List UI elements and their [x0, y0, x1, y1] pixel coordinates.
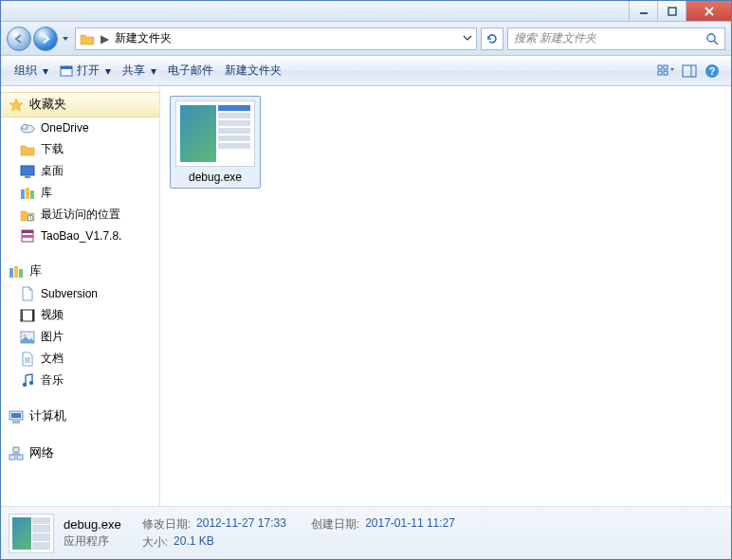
details-thumbnail [9, 514, 54, 553]
back-button[interactable] [7, 27, 31, 51]
sidebar-computer-header[interactable]: 计算机 [1, 405, 159, 428]
svg-rect-48 [17, 455, 23, 460]
svg-rect-27 [9, 268, 13, 278]
sidebar-item-taobao[interactable]: TaoBao_V1.7.8. [1, 226, 159, 246]
sidebar-item-videos[interactable]: 视频 [1, 304, 159, 326]
svg-rect-11 [664, 71, 668, 75]
toolbar: 组织 ▾ 打开 ▾ 共享 ▾ 电子邮件 新建文件夹 ? [1, 56, 731, 86]
search-icon [705, 32, 719, 45]
view-options-button[interactable] [653, 56, 678, 85]
forward-button[interactable] [33, 27, 58, 51]
star-icon [9, 98, 24, 113]
sidebar-item-onedrive[interactable]: OneDrive [1, 117, 159, 138]
chevron-down-icon: ▾ [43, 64, 48, 78]
svg-point-4 [707, 34, 715, 42]
file-name-label: debug.exe [189, 171, 242, 184]
file-thumbnail [175, 100, 255, 167]
details-size-value: 20.1 KB [174, 534, 214, 551]
music-icon [20, 373, 35, 388]
chevron-right-icon: ▶ [101, 32, 109, 45]
svg-rect-8 [658, 65, 662, 69]
sidebar-item-downloads[interactable]: 下载 [1, 138, 159, 160]
svg-point-33 [21, 311, 22, 312]
chevron-down-icon: ▾ [105, 64, 111, 78]
cloud-icon [20, 120, 35, 135]
navbar: ▶ 新建文件夹 搜索 新建文件夹 [1, 22, 731, 56]
picture-icon [20, 330, 35, 345]
nav-history-dropdown[interactable] [60, 35, 71, 43]
sidebar-item-music[interactable]: 音乐 [1, 370, 159, 391]
details-created-label: 创建日期: [311, 516, 359, 533]
svg-rect-25 [22, 230, 33, 233]
video-icon [20, 308, 35, 323]
details-filename: debug.exe [64, 517, 121, 532]
svg-text:?: ? [709, 65, 716, 77]
open-icon [60, 64, 73, 78]
titlebar [1, 1, 731, 22]
sidebar-item-desktop[interactable]: 桌面 [1, 160, 159, 182]
svg-rect-49 [13, 447, 19, 452]
archive-icon [20, 228, 35, 244]
svg-point-34 [21, 314, 22, 315]
svg-rect-45 [11, 413, 21, 418]
svg-rect-20 [21, 190, 25, 199]
libraries-icon [9, 264, 24, 280]
sidebar-favorites-header[interactable]: 收藏夹 [1, 92, 159, 117]
preview-pane-button[interactable] [678, 56, 701, 85]
recent-icon [20, 208, 35, 223]
svg-rect-22 [30, 190, 34, 199]
svg-rect-29 [19, 269, 23, 278]
help-button[interactable]: ? [701, 56, 723, 85]
open-button[interactable]: 打开 ▾ [54, 56, 117, 85]
libraries-icon [20, 186, 35, 201]
svg-rect-46 [12, 421, 20, 424]
new-folder-button[interactable]: 新建文件夹 [219, 56, 287, 85]
svg-rect-1 [668, 8, 676, 15]
details-modified-label: 修改日期: [142, 516, 191, 533]
network-icon [9, 446, 24, 461]
folder-icon [80, 31, 95, 46]
svg-point-35 [21, 316, 22, 317]
refresh-button[interactable] [481, 27, 503, 50]
svg-rect-9 [664, 65, 668, 69]
search-placeholder: 搜索 新建文件夹 [514, 30, 705, 46]
svg-point-42 [29, 380, 33, 384]
search-box[interactable]: 搜索 新建文件夹 [507, 27, 725, 50]
file-list[interactable]: debug.exe [160, 86, 731, 506]
address-dropdown[interactable] [463, 32, 472, 45]
details-pane: debug.exe 应用程序 修改日期:2012-11-27 17:33 创建日… [1, 506, 731, 559]
details-modified-value: 2012-11-27 17:33 [196, 516, 286, 533]
computer-icon [9, 409, 24, 425]
svg-rect-26 [22, 235, 33, 238]
sidebar-item-recent[interactable]: 最近访问的位置 [1, 204, 159, 226]
sidebar-item-pictures[interactable]: 图片 [1, 326, 159, 348]
details-size-label: 大小: [142, 534, 168, 551]
sidebar-libraries-header[interactable]: 库 [1, 260, 159, 283]
svg-line-5 [714, 41, 718, 45]
svg-rect-18 [21, 166, 34, 175]
desktop-icon [20, 164, 35, 179]
document-icon [20, 352, 35, 367]
navigation-pane: 收藏夹 OneDrive 下载 桌面 库 最近访问的位置 TaoBao_V1.7… [1, 86, 160, 506]
address-bar[interactable]: ▶ 新建文件夹 [75, 27, 477, 50]
maximize-button[interactable] [657, 1, 686, 21]
svg-rect-21 [26, 188, 29, 199]
sidebar-item-documents[interactable]: 文档 [1, 348, 159, 370]
minimize-button[interactable] [629, 1, 657, 21]
close-button[interactable] [686, 1, 731, 21]
svg-rect-7 [61, 66, 72, 69]
svg-rect-12 [683, 65, 696, 77]
file-item-debug[interactable]: debug.exe [170, 96, 261, 189]
svg-rect-19 [25, 176, 30, 178]
organize-button[interactable]: 组织 ▾ [9, 56, 54, 85]
sidebar-item-subversion[interactable]: Subversion [1, 283, 159, 304]
sidebar-network-header[interactable]: 网络 [1, 442, 159, 465]
breadcrumb-segment[interactable]: 新建文件夹 [115, 30, 172, 46]
share-button[interactable]: 共享 ▾ [117, 56, 162, 85]
svg-rect-28 [14, 266, 18, 278]
document-icon [20, 286, 35, 301]
sidebar-item-libraries-fav[interactable]: 库 [1, 182, 159, 204]
details-filetype: 应用程序 [64, 533, 121, 550]
email-button[interactable]: 电子邮件 [162, 56, 219, 85]
svg-rect-32 [32, 310, 34, 321]
